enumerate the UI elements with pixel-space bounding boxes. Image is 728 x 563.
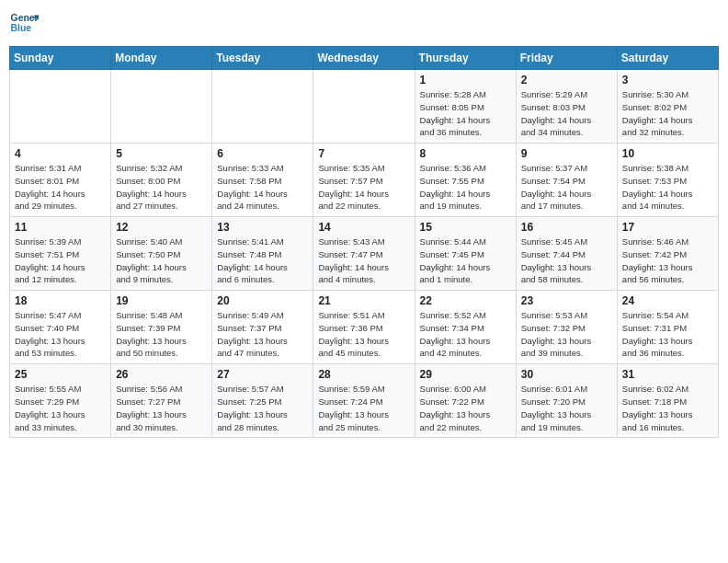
calendar-cell: 23Sunrise: 5:53 AM Sunset: 7:32 PM Dayli…: [516, 291, 617, 364]
day-number: 24: [622, 294, 713, 307]
day-number: 25: [15, 368, 106, 381]
day-number: 10: [622, 147, 713, 160]
day-detail: Sunrise: 5:46 AM Sunset: 7:42 PM Dayligh…: [622, 236, 713, 286]
day-number: 15: [420, 221, 511, 234]
calendar-cell: 8Sunrise: 5:36 AM Sunset: 7:55 PM Daylig…: [415, 144, 516, 217]
day-number: 8: [420, 147, 511, 160]
page-header: General Blue: [9, 9, 719, 39]
calendar-cell: 10Sunrise: 5:38 AM Sunset: 7:53 PM Dayli…: [617, 144, 718, 217]
calendar-cell: 12Sunrise: 5:40 AM Sunset: 7:50 PM Dayli…: [111, 217, 212, 291]
calendar-cell: 25Sunrise: 5:55 AM Sunset: 7:29 PM Dayli…: [10, 364, 111, 438]
day-detail: Sunrise: 6:01 AM Sunset: 7:20 PM Dayligh…: [521, 383, 612, 433]
day-detail: Sunrise: 5:52 AM Sunset: 7:34 PM Dayligh…: [420, 309, 511, 360]
week-row-4: 18Sunrise: 5:47 AM Sunset: 7:40 PM Dayli…: [10, 291, 719, 364]
day-header-friday: Friday: [516, 47, 617, 70]
calendar-cell: 1Sunrise: 5:28 AM Sunset: 8:05 PM Daylig…: [415, 70, 516, 144]
day-number: 22: [420, 294, 511, 307]
calendar-cell: 5Sunrise: 5:32 AM Sunset: 8:00 PM Daylig…: [111, 144, 212, 217]
calendar-cell: 24Sunrise: 5:54 AM Sunset: 7:31 PM Dayli…: [617, 291, 718, 364]
day-detail: Sunrise: 5:41 AM Sunset: 7:48 PM Dayligh…: [217, 236, 308, 286]
calendar-cell: 2Sunrise: 5:29 AM Sunset: 8:03 PM Daylig…: [516, 70, 617, 144]
day-number: 7: [318, 147, 409, 160]
day-detail: Sunrise: 5:35 AM Sunset: 7:57 PM Dayligh…: [318, 162, 409, 213]
calendar-cell: 14Sunrise: 5:43 AM Sunset: 7:47 PM Dayli…: [313, 217, 415, 291]
day-number: 6: [217, 147, 308, 160]
day-number: 17: [622, 221, 713, 234]
day-number: 27: [217, 368, 308, 381]
day-header-monday: Monday: [111, 47, 212, 70]
week-row-1: 1Sunrise: 5:28 AM Sunset: 8:05 PM Daylig…: [10, 70, 719, 144]
calendar-cell: 26Sunrise: 5:56 AM Sunset: 7:27 PM Dayli…: [111, 364, 212, 438]
calendar-cell: 29Sunrise: 6:00 AM Sunset: 7:22 PM Dayli…: [415, 364, 516, 438]
day-detail: Sunrise: 5:57 AM Sunset: 7:25 PM Dayligh…: [217, 383, 308, 433]
day-detail: Sunrise: 5:44 AM Sunset: 7:45 PM Dayligh…: [420, 236, 511, 286]
day-header-sunday: Sunday: [10, 47, 111, 70]
day-number: 19: [116, 294, 207, 307]
day-number: 18: [15, 294, 106, 307]
day-number: 13: [217, 221, 308, 234]
day-detail: Sunrise: 5:29 AM Sunset: 8:03 PM Dayligh…: [521, 88, 612, 139]
day-detail: Sunrise: 5:45 AM Sunset: 7:44 PM Dayligh…: [521, 236, 612, 286]
day-number: 11: [15, 221, 106, 234]
day-detail: Sunrise: 5:33 AM Sunset: 7:58 PM Dayligh…: [217, 162, 308, 213]
week-row-5: 25Sunrise: 5:55 AM Sunset: 7:29 PM Dayli…: [10, 364, 719, 438]
day-detail: Sunrise: 5:28 AM Sunset: 8:05 PM Dayligh…: [420, 88, 511, 139]
day-detail: Sunrise: 5:49 AM Sunset: 7:37 PM Dayligh…: [217, 309, 308, 360]
day-number: 1: [420, 74, 511, 86]
calendar-cell: 19Sunrise: 5:48 AM Sunset: 7:39 PM Dayli…: [111, 291, 212, 364]
day-detail: Sunrise: 5:36 AM Sunset: 7:55 PM Dayligh…: [420, 162, 511, 213]
calendar-cell: 30Sunrise: 6:01 AM Sunset: 7:20 PM Dayli…: [516, 364, 617, 438]
day-detail: Sunrise: 5:54 AM Sunset: 7:31 PM Dayligh…: [622, 309, 713, 360]
day-detail: Sunrise: 5:55 AM Sunset: 7:29 PM Dayligh…: [15, 383, 106, 433]
day-header-thursday: Thursday: [415, 47, 516, 70]
day-detail: Sunrise: 5:30 AM Sunset: 8:02 PM Dayligh…: [622, 88, 713, 139]
calendar-cell: 28Sunrise: 5:59 AM Sunset: 7:24 PM Dayli…: [313, 364, 415, 438]
day-number: 14: [318, 221, 409, 234]
calendar-cell: 31Sunrise: 6:02 AM Sunset: 7:18 PM Dayli…: [617, 364, 718, 438]
day-detail: Sunrise: 5:43 AM Sunset: 7:47 PM Dayligh…: [318, 236, 409, 286]
day-detail: Sunrise: 5:40 AM Sunset: 7:50 PM Dayligh…: [116, 236, 207, 286]
day-detail: Sunrise: 5:48 AM Sunset: 7:39 PM Dayligh…: [116, 309, 207, 360]
day-detail: Sunrise: 5:31 AM Sunset: 8:01 PM Dayligh…: [15, 162, 106, 213]
logo-icon: General Blue: [9, 9, 39, 39]
calendar-cell: 16Sunrise: 5:45 AM Sunset: 7:44 PM Dayli…: [516, 217, 617, 291]
day-detail: Sunrise: 5:51 AM Sunset: 7:36 PM Dayligh…: [318, 309, 409, 360]
day-detail: Sunrise: 6:00 AM Sunset: 7:22 PM Dayligh…: [420, 383, 511, 433]
day-number: 4: [15, 147, 106, 160]
calendar-cell: 15Sunrise: 5:44 AM Sunset: 7:45 PM Dayli…: [415, 217, 516, 291]
day-number: 3: [622, 74, 713, 86]
day-detail: Sunrise: 5:39 AM Sunset: 7:51 PM Dayligh…: [15, 236, 106, 286]
day-number: 31: [622, 368, 713, 381]
calendar-cell: 27Sunrise: 5:57 AM Sunset: 7:25 PM Dayli…: [212, 364, 313, 438]
day-detail: Sunrise: 5:56 AM Sunset: 7:27 PM Dayligh…: [116, 383, 207, 433]
calendar-cell: 3Sunrise: 5:30 AM Sunset: 8:02 PM Daylig…: [617, 70, 718, 144]
day-number: 2: [521, 74, 612, 86]
calendar-cell: 9Sunrise: 5:37 AM Sunset: 7:54 PM Daylig…: [516, 144, 617, 217]
day-header-tuesday: Tuesday: [212, 47, 313, 70]
day-number: 21: [318, 294, 409, 307]
calendar-cell: 20Sunrise: 5:49 AM Sunset: 7:37 PM Dayli…: [212, 291, 313, 364]
calendar-cell: [111, 70, 212, 144]
day-detail: Sunrise: 5:38 AM Sunset: 7:53 PM Dayligh…: [622, 162, 713, 213]
calendar-cell: 11Sunrise: 5:39 AM Sunset: 7:51 PM Dayli…: [10, 217, 111, 291]
calendar-cell: [313, 70, 415, 144]
day-number: 20: [217, 294, 308, 307]
day-number: 29: [420, 368, 511, 381]
calendar-table: SundayMondayTuesdayWednesdayThursdayFrid…: [9, 46, 719, 438]
calendar-cell: 4Sunrise: 5:31 AM Sunset: 8:01 PM Daylig…: [10, 144, 111, 217]
day-detail: Sunrise: 5:59 AM Sunset: 7:24 PM Dayligh…: [318, 383, 409, 433]
day-number: 23: [521, 294, 612, 307]
calendar-cell: 21Sunrise: 5:51 AM Sunset: 7:36 PM Dayli…: [313, 291, 415, 364]
calendar-cell: 7Sunrise: 5:35 AM Sunset: 7:57 PM Daylig…: [313, 144, 415, 217]
day-detail: Sunrise: 5:32 AM Sunset: 8:00 PM Dayligh…: [116, 162, 207, 213]
calendar-cell: 17Sunrise: 5:46 AM Sunset: 7:42 PM Dayli…: [617, 217, 718, 291]
calendar-cell: [212, 70, 313, 144]
week-row-3: 11Sunrise: 5:39 AM Sunset: 7:51 PM Dayli…: [10, 217, 719, 291]
day-header-saturday: Saturday: [617, 47, 718, 70]
day-number: 28: [318, 368, 409, 381]
day-header-wednesday: Wednesday: [313, 47, 415, 70]
day-detail: Sunrise: 6:02 AM Sunset: 7:18 PM Dayligh…: [622, 383, 713, 433]
day-detail: Sunrise: 5:53 AM Sunset: 7:32 PM Dayligh…: [521, 309, 612, 360]
day-detail: Sunrise: 5:47 AM Sunset: 7:40 PM Dayligh…: [15, 309, 106, 360]
day-detail: Sunrise: 5:37 AM Sunset: 7:54 PM Dayligh…: [521, 162, 612, 213]
